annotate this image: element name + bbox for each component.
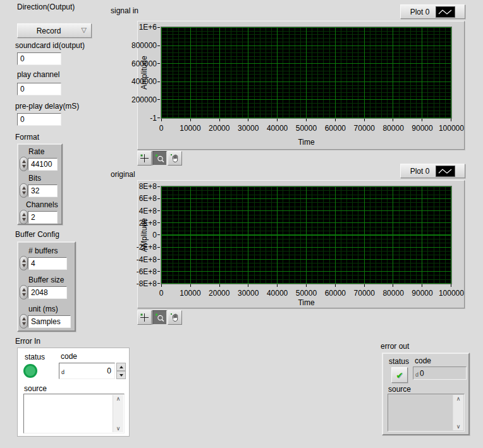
unit-spinner[interactable] xyxy=(20,314,28,329)
soundcard-id-input[interactable]: 0 xyxy=(17,52,61,65)
error-in-source-label: source xyxy=(24,384,47,393)
error-out-status-indicator: ✔ xyxy=(391,367,408,383)
graph2-palette xyxy=(137,310,182,325)
buffer-size-spinner[interactable] xyxy=(20,285,28,300)
num-buffers-spinner[interactable] xyxy=(20,256,28,270)
error-out-cluster: status ✔ code d 0 source ∧ ∨ xyxy=(382,353,470,435)
graph2-legend[interactable]: Plot 0 xyxy=(400,164,465,178)
error-out-source-label: source xyxy=(388,385,411,394)
scroll-up-icon[interactable]: ∧ xyxy=(116,395,121,403)
buffer-size-label: Buffer size xyxy=(28,275,75,284)
scroll-up-icon[interactable]: ∧ xyxy=(456,395,461,403)
soundcard-id-label: soundcard id(output) xyxy=(15,41,85,50)
graph1-x-ticks: 0100002000030000400005000060000700008000… xyxy=(161,124,451,133)
error-in-code-label: code xyxy=(61,352,77,361)
format-cluster-label: Format xyxy=(15,133,39,142)
graph1-x-axis-label: Time xyxy=(161,138,451,147)
graph2-plot-area xyxy=(161,186,452,284)
error-in-status-label: status xyxy=(25,353,45,361)
buffer-size-input[interactable]: 2048 xyxy=(28,286,67,299)
labview-front-panel: Direction(Output) Record ▽ soundcard id(… xyxy=(0,0,483,448)
channels-field: Channels 2 xyxy=(18,200,61,224)
graph2-x-ticks: 0100002000030000400005000060000700008000… xyxy=(161,289,451,298)
num-buffers-input[interactable]: 4 xyxy=(28,257,67,270)
buffer-size-field: Buffer size 2048 xyxy=(18,275,75,300)
error-in-cluster: status code d 0 source ∧ ∨ xyxy=(17,348,130,437)
crosshair-icon xyxy=(140,154,149,163)
hand-icon xyxy=(170,313,180,322)
error-out-status-label: status xyxy=(389,357,409,366)
scroll-down-icon[interactable]: ∨ xyxy=(116,425,121,432)
bits-input[interactable]: 32 xyxy=(28,185,58,197)
pan-tool-button[interactable] xyxy=(168,151,182,166)
buffer-config-cluster: # buffers 4 Buffer size 2048 unit (ms) S… xyxy=(17,241,76,332)
error-out-code-label: code xyxy=(415,356,431,365)
graph1-y-axis-label: Amplitude xyxy=(140,27,150,118)
graph2-x-axis-label: Time xyxy=(161,298,451,307)
graph2-panel: 8E+86E+84E+82E+80-2E+8-4E+8-6E+8-8E+8 AM… xyxy=(137,180,465,308)
play-channel-label: play channel xyxy=(17,70,59,79)
error-out-source-textarea: ∧ ∨ xyxy=(388,394,465,432)
graph1-x-tickmarks xyxy=(161,119,451,121)
crosshair-icon xyxy=(140,313,149,322)
error-in-status-led[interactable] xyxy=(23,364,37,378)
graph2-y-tickmarks xyxy=(157,186,160,284)
plot-line-sample-icon xyxy=(436,6,455,18)
graph1-title: signal in xyxy=(111,6,138,15)
graph2-y-axis-label: AMplitude xyxy=(140,186,150,284)
scroll-down-icon[interactable]: ∨ xyxy=(456,423,461,430)
unit-field: unit (ms) Samples xyxy=(18,305,75,329)
increment-button[interactable] xyxy=(116,363,126,371)
error-in-code-value: 0 xyxy=(66,366,114,375)
rate-field: Rate 44100 xyxy=(18,147,61,171)
graph1-palette xyxy=(137,151,182,166)
zoom-tool-button[interactable] xyxy=(152,310,167,325)
unit-input[interactable]: Samples xyxy=(28,315,71,328)
magnifier-icon xyxy=(155,313,164,322)
graph1-y-tickmarks xyxy=(157,27,160,119)
channels-spinner[interactable] xyxy=(20,210,28,224)
scrollbar[interactable]: ∧ ∨ xyxy=(113,395,123,432)
bits-label: Bits xyxy=(28,174,61,183)
error-out-code-value-field: d 0 xyxy=(413,366,467,380)
magnifier-icon xyxy=(155,154,164,163)
radix-indicator: d xyxy=(415,372,419,378)
decrement-button[interactable] xyxy=(116,371,126,379)
pre-play-delay-label: pre-play delay(mS) xyxy=(15,102,79,111)
graph2-x-tickmarks xyxy=(161,284,451,287)
buffer-config-cluster-label: Buffer Config xyxy=(15,230,59,239)
graph1-legend[interactable]: Plot 0 xyxy=(400,4,465,19)
rate-label: Rate xyxy=(28,147,61,156)
direction-dropdown[interactable]: Record ▽ xyxy=(17,23,92,38)
error-in-code-spin xyxy=(116,363,126,379)
bits-spinner[interactable] xyxy=(20,183,28,198)
graph1-plot-area xyxy=(161,27,452,119)
chevron-down-icon: ▽ xyxy=(82,26,87,34)
num-buffers-field: # buffers 4 xyxy=(18,246,75,270)
scrollbar[interactable]: ∧ ∨ xyxy=(453,395,463,430)
graph2-legend-label: Plot 0 xyxy=(410,167,430,176)
radix-indicator: d xyxy=(61,369,64,375)
rate-spinner[interactable] xyxy=(20,157,28,171)
bits-field: Bits 32 xyxy=(18,174,61,198)
unit-label: unit (ms) xyxy=(28,305,75,313)
hand-icon xyxy=(170,154,180,163)
pre-play-delay-input[interactable]: 0 xyxy=(17,113,61,126)
graph1-panel: 1E+6800000600000400000200000-1 Amplitude… xyxy=(137,21,465,150)
graph2-title: original xyxy=(111,170,135,179)
cursor-tool-button[interactable] xyxy=(137,151,152,166)
channels-label: Channels xyxy=(26,200,61,209)
channels-input[interactable]: 2 xyxy=(28,211,58,224)
rate-input[interactable]: 44100 xyxy=(28,158,58,171)
play-channel-input[interactable]: 0 xyxy=(17,83,61,95)
plot-line-sample-icon xyxy=(436,166,455,177)
error-in-source-textarea[interactable]: ∧ ∨ xyxy=(23,394,125,433)
direction-label: Direction(Output) xyxy=(17,3,75,11)
error-in-cluster-label: Error In xyxy=(15,337,40,346)
error-in-code-input[interactable]: d 0 xyxy=(59,363,115,379)
zoom-tool-button[interactable] xyxy=(152,151,167,166)
pan-tool-button[interactable] xyxy=(168,310,182,325)
error-out-code-value: 0 xyxy=(420,369,424,378)
direction-dropdown-value: Record xyxy=(37,27,61,35)
cursor-tool-button[interactable] xyxy=(137,310,152,325)
